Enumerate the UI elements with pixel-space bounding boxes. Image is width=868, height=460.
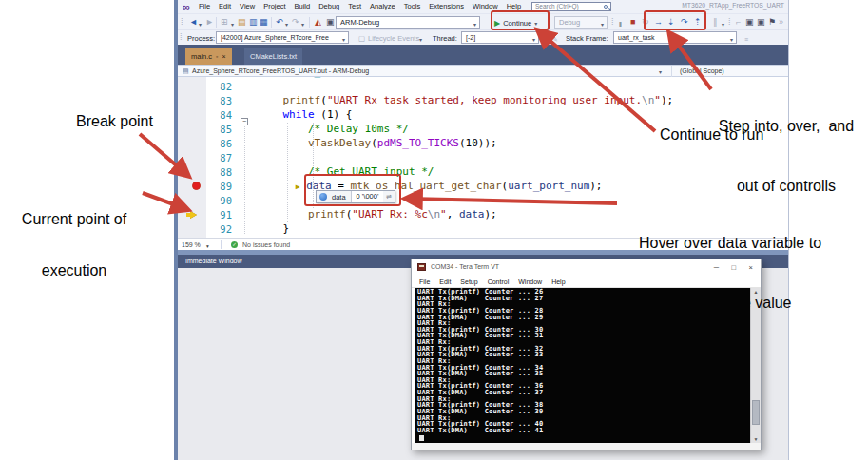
menu-item-project[interactable]: Project — [263, 0, 285, 13]
search-input[interactable]: Search (Ctrl+Q) — [531, 2, 611, 11]
menu-item-window[interactable]: Window — [473, 0, 498, 13]
gutter-cell[interactable] — [178, 107, 206, 122]
configuration-value: ARM-Debug — [340, 18, 379, 27]
tt-menu-item-control[interactable]: Control — [488, 278, 510, 285]
open-file-icon[interactable]: ▤ — [238, 17, 246, 28]
gutter-cell[interactable] — [178, 136, 206, 150]
project-dropdown[interactable]: Azure_Sphere_RTcore_FreeRTOS_UART.out - … — [192, 67, 369, 74]
code-text: /* Get UART input */ — [258, 164, 434, 179]
new-project-icon[interactable]: ⊞ — [221, 17, 228, 28]
health-check-icon[interactable]: ✓ — [231, 241, 238, 248]
issues-status-text: No issues found — [242, 241, 290, 248]
gutter-cell[interactable] — [178, 179, 206, 193]
debug-target-value: Debug — [559, 18, 580, 27]
restart-icon[interactable]: ↻ — [642, 17, 649, 28]
show-next-statement-icon[interactable]: → — [654, 17, 663, 28]
visual-studio-logo-icon: ∞ — [183, 0, 190, 13]
menu-item-tools[interactable]: Tools — [404, 0, 421, 13]
gutter-cell[interactable] — [178, 93, 206, 107]
edit-thread-icon[interactable]: ✎ — [552, 34, 558, 45]
code-text: printf("UART Rx: %c\n", data); — [258, 207, 497, 221]
scrollbar-thumb[interactable] — [752, 400, 760, 425]
tab-pin-icon[interactable]: ◦ — [216, 53, 218, 60]
code-line-89[interactable]: 89 ▶ data = mtk_os_hal_uart_get_char(uar… — [178, 179, 788, 193]
toolbar-grip-icon[interactable]: ⁞ — [181, 17, 183, 28]
break-all-icon[interactable]: ‖ — [619, 19, 622, 29]
datatip-expand-icon[interactable]: ⇌ — [383, 193, 395, 201]
solution-configuration-dropdown[interactable]: ARM-Debug ▾ — [336, 16, 480, 29]
stack-frame-dropdown[interactable]: uart_rx_task ▾ — [613, 31, 737, 44]
step-out-icon[interactable]: ⇡ — [694, 17, 702, 28]
filter-icon[interactable]: ▼ — [543, 34, 550, 45]
parallel-stacks-icon[interactable]: ∥ — [713, 17, 718, 28]
tt-menu-item-edit[interactable]: Edit — [439, 278, 451, 285]
gutter-cell[interactable] — [178, 221, 206, 236]
code-line-88[interactable]: 88 /* Get UART input */ — [178, 164, 788, 179]
menu-item-help[interactable]: Help — [507, 0, 521, 13]
tt-menu-item-window[interactable]: Window — [518, 278, 542, 285]
navigate-forward-icon[interactable]: ► — [205, 17, 214, 28]
process-dropdown[interactable]: [42000] Azure_Sphere_RTcore_Free ▾ — [216, 31, 349, 44]
menu-item-build[interactable]: Build — [295, 0, 311, 13]
save-all-icon[interactable]: ▦ — [260, 17, 268, 28]
navigate-back-icon[interactable]: ◄ — [189, 17, 198, 28]
frames-icon: ≡ — [744, 34, 748, 45]
gutter-cell[interactable] — [178, 122, 206, 136]
project-caret-icon[interactable]: ▾ — [659, 68, 662, 75]
menu-item-edit[interactable]: Edit — [219, 0, 231, 13]
gutter-cell[interactable] — [178, 79, 206, 93]
tt-menu-item-setup[interactable]: Setup — [460, 278, 477, 285]
continue-label: Continue — [503, 19, 531, 28]
datatip-pin-icon[interactable] — [319, 193, 327, 201]
attach-profiler-icon[interactable]: ◭ — [315, 17, 321, 28]
breakpoint-icon[interactable] — [192, 182, 201, 190]
chevron-more-icon[interactable]: » — [779, 17, 783, 28]
debug-target-dropdown[interactable]: Debug ▾ — [554, 16, 608, 29]
tab-main.c[interactable]: main.c◦× — [185, 48, 232, 65]
menu-item-debug[interactable]: Debug — [318, 0, 339, 13]
code-line-87[interactable]: 87 — [178, 150, 788, 164]
tab-cmakelists.txt[interactable]: CMakeLists.txt — [244, 48, 302, 65]
stop-debugging-icon[interactable]: ■ — [630, 17, 635, 28]
step-into-icon[interactable]: ⇣ — [667, 17, 675, 28]
zoom-level-dropdown[interactable]: 159 % — [182, 241, 201, 248]
bookmark-icon[interactable]: ⚑ — [768, 17, 776, 28]
data-tip[interactable]: data 0 '\000' ⇌ — [316, 190, 395, 203]
gutter-cell[interactable] — [178, 164, 206, 179]
watch-window-icon[interactable]: ⌐ — [736, 17, 741, 28]
gutter-cell[interactable] — [178, 207, 206, 221]
menu-item-test[interactable]: Test — [348, 0, 361, 13]
redo-icon[interactable]: ↷ — [292, 17, 299, 28]
lifecycle-events-label[interactable]: Lifecycle Events — [368, 34, 419, 43]
tab-close-icon[interactable]: × — [222, 53, 226, 60]
save-icon[interactable]: ▥ — [249, 17, 258, 28]
menu-item-extensions[interactable]: Extensions — [429, 0, 464, 13]
zoom-caret-icon[interactable]: ▾ — [206, 243, 209, 249]
scroll-down-icon[interactable]: ▼ — [751, 436, 761, 442]
code-window-icon[interactable]: ▣ — [757, 17, 765, 28]
screen-capture-icon[interactable]: ▣ — [326, 17, 335, 28]
thread-dropdown[interactable]: [-2] ▾ — [461, 31, 539, 44]
scope-dropdown[interactable]: (Global Scope) — [680, 67, 724, 74]
line-number: 81 — [206, 77, 235, 78]
tt-menu-item-file[interactable]: File — [419, 278, 430, 285]
step-over-icon[interactable]: ↷ — [681, 17, 688, 28]
menu-item-view[interactable]: View — [240, 0, 255, 13]
menu-item-analyze[interactable]: Analyze — [370, 0, 395, 13]
code-line-82[interactable]: 82 — [178, 79, 788, 93]
continue-caret-icon: ▾ — [534, 20, 537, 27]
code-window-icon[interactable]: ▣ — [745, 17, 754, 28]
gutter-cell[interactable] — [178, 193, 206, 207]
code-line-83[interactable]: 83 printf("UART Rx task started, keep mo… — [178, 93, 788, 107]
gutter-cell[interactable] — [178, 150, 206, 164]
lifecycle-events-icon: ▢ — [358, 34, 365, 43]
code-text: /* Delay 10ms */ — [258, 122, 409, 136]
undo-icon[interactable]: ↶ — [276, 17, 283, 28]
code-line-84[interactable]: 84− while (1) { — [178, 107, 788, 122]
datatip-variable: data — [330, 193, 351, 201]
continue-button[interactable]: ▶ Continue ▾ — [494, 16, 537, 29]
tt-menu-item-help[interactable]: Help — [551, 278, 565, 285]
annotation-break-point: Break point — [76, 113, 153, 130]
menu-item-file[interactable]: File — [199, 0, 210, 13]
vs-window-title: MT3620_RTApp_FreeRTOS_UART — [682, 2, 784, 9]
